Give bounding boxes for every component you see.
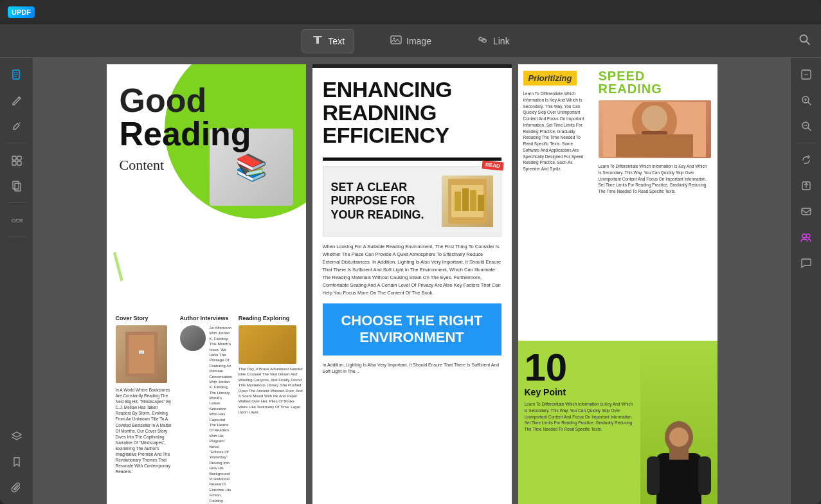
author-text-1: An Afternoon With Jordan K. Fielding: Th… xyxy=(210,325,232,504)
sidebar-collab-icon[interactable] xyxy=(795,226,818,249)
svg-rect-34 xyxy=(647,456,660,495)
explore-image xyxy=(239,325,296,364)
pdf-page-1: Good Reading Content 📚 / Cover Story xyxy=(107,64,306,504)
diagonal-decoration: / xyxy=(107,245,134,289)
sidebar-rotate-icon[interactable] xyxy=(795,148,818,172)
explore-text: That Day, A Brave Adventurer Named Ellie… xyxy=(239,366,303,415)
sidebar-convert-icon[interactable]: OCR xyxy=(5,208,28,231)
speed-reading-image xyxy=(599,100,711,158)
right-col-right-text: Learn To Differentiate Which Information… xyxy=(599,163,711,195)
mid-footer-text: In Addition, Lighting Is Also Very Impor… xyxy=(312,362,512,375)
svg-point-38 xyxy=(669,428,689,447)
mid-bottom-text: CHOOSE THE RIGHT ENVIRONMENT xyxy=(330,312,494,346)
link-tool-label: Link xyxy=(493,36,510,46)
svg-rect-26 xyxy=(478,195,484,211)
reading-exploring-heading: Reading Exploring xyxy=(239,315,303,321)
text-tool-button[interactable]: Text xyxy=(302,29,354,53)
svg-rect-12 xyxy=(17,156,21,160)
search-icon[interactable] xyxy=(798,33,811,49)
svg-rect-25 xyxy=(470,190,476,211)
svg-text:OCR: OCR xyxy=(12,218,23,224)
read-flag: READ xyxy=(482,161,503,171)
prioritizing-badge: Prioritizing xyxy=(523,71,577,86)
image-tool-button[interactable]: Image xyxy=(380,29,441,53)
sidebar-divider-1 xyxy=(8,143,26,143)
page1-title: Good Reading xyxy=(107,64,306,150)
sidebar-fit-icon[interactable] xyxy=(795,63,818,86)
image-tool-icon xyxy=(390,33,402,49)
svg-rect-14 xyxy=(17,161,21,165)
right-col-right: SPEED READING xyxy=(592,64,717,341)
svg-point-52 xyxy=(802,234,806,238)
sidebar-zoom-in-icon[interactable] xyxy=(795,89,818,112)
svg-point-53 xyxy=(806,234,810,238)
sidebar-divider-2 xyxy=(8,203,26,203)
sidebar-bookmark-icon[interactable] xyxy=(5,450,28,473)
page1-body: Cover Story 📖 In A World Where Bookstore… xyxy=(107,309,306,504)
mid-banner-image xyxy=(442,176,493,227)
pdf-pages: Good Reading Content 📚 / Cover Story xyxy=(107,64,717,498)
svg-rect-13 xyxy=(12,161,16,165)
mid-title-line2: READNING xyxy=(323,102,501,125)
svg-rect-23 xyxy=(455,192,461,211)
sidebar-divider-3 xyxy=(8,237,26,237)
cover-story-col: Cover Story 📖 In A World Where Bookstore… xyxy=(116,315,174,504)
svg-rect-24 xyxy=(462,188,469,211)
key-point-label: Key Point xyxy=(525,387,634,397)
sidebar-comment-icon[interactable] xyxy=(795,251,818,274)
mid-purpose-banner: SET A CLEAR PURPOSE FOR YOUR READING. RE… xyxy=(323,166,501,237)
svg-rect-15 xyxy=(13,181,19,189)
cover-story-heading: Cover Story xyxy=(116,315,174,321)
author-item-1: An Afternoon With Jordan K. Fielding: Th… xyxy=(180,325,232,504)
svg-rect-29 xyxy=(616,134,693,157)
sidebar-attachment-icon[interactable] xyxy=(5,476,28,499)
sidebar-bottom xyxy=(5,424,28,499)
pdf-page-3: Prioritizing Learn To Differentiate Whic… xyxy=(518,64,717,504)
svg-rect-1 xyxy=(316,36,319,44)
right-bottom-person xyxy=(640,341,717,504)
right-col-left: Prioritizing Learn To Differentiate Whic… xyxy=(518,64,592,341)
sidebar-edit-icon[interactable] xyxy=(5,89,28,112)
prioritizing-text: Prioritizing xyxy=(528,73,572,83)
title-bar: UPDF xyxy=(0,0,821,24)
reading-exploring-col: Reading Exploring That Day, A Brave Adve… xyxy=(239,315,303,504)
author-interviews-col: Author Interviews An Afternoon With Jord… xyxy=(180,315,232,504)
right-col-left-text: Learn To Differentiate Which Information… xyxy=(523,91,587,172)
right-sidebar xyxy=(790,58,821,504)
sidebar-extract-icon[interactable] xyxy=(5,174,28,197)
svg-point-10 xyxy=(19,123,20,124)
mid-title-line1: ENHANCING xyxy=(323,78,501,102)
sidebar-layers-icon[interactable] xyxy=(5,424,28,447)
sidebar-zoom-out-icon[interactable] xyxy=(795,114,818,138)
svg-line-47 xyxy=(808,128,811,130)
toolbar: Text Image Link xyxy=(0,24,821,58)
cover-text: In A World Where Bookstores Are Constant… xyxy=(116,387,174,474)
sidebar-export-icon[interactable] xyxy=(795,174,818,197)
mid-title-line3: EFFICIENCY xyxy=(323,124,501,147)
ten-label: 10 xyxy=(525,348,634,387)
text-tool-icon xyxy=(311,33,324,49)
sidebar-annotate-icon[interactable] xyxy=(5,114,28,138)
sidebar-organize-icon[interactable] xyxy=(5,148,28,172)
mid-banner-text: SET A CLEAR PURPOSE FOR YOUR READING. xyxy=(331,181,435,222)
mid-choose-banner: CHOOSE THE RIGHT ENVIRONMENT xyxy=(323,303,501,356)
main-layout: OCR xyxy=(0,58,821,504)
app-logo: UPDF xyxy=(8,6,35,18)
image-tool-label: Image xyxy=(406,36,431,46)
svg-rect-11 xyxy=(12,156,16,160)
sidebar-pages-icon[interactable] xyxy=(5,63,28,86)
svg-text:📖: 📖 xyxy=(138,349,145,356)
svg-line-43 xyxy=(808,102,811,105)
svg-rect-31 xyxy=(642,131,667,134)
reading-text: Reading xyxy=(120,117,293,150)
cover-image: 📖 xyxy=(116,325,167,383)
mid-separator xyxy=(323,158,501,161)
link-tool-button[interactable]: Link xyxy=(467,29,519,53)
svg-line-5 xyxy=(807,42,810,45)
mid-title-section: ENHANCING READNING EFFICIENCY xyxy=(312,68,512,152)
app-window: UPDF Text Image xyxy=(0,0,821,504)
author-interviews-heading: Author Interviews xyxy=(180,315,232,321)
svg-point-3 xyxy=(393,37,395,39)
sidebar-mail-icon[interactable] xyxy=(795,200,818,223)
right-top-section: Prioritizing Learn To Differentiate Whic… xyxy=(518,64,717,341)
